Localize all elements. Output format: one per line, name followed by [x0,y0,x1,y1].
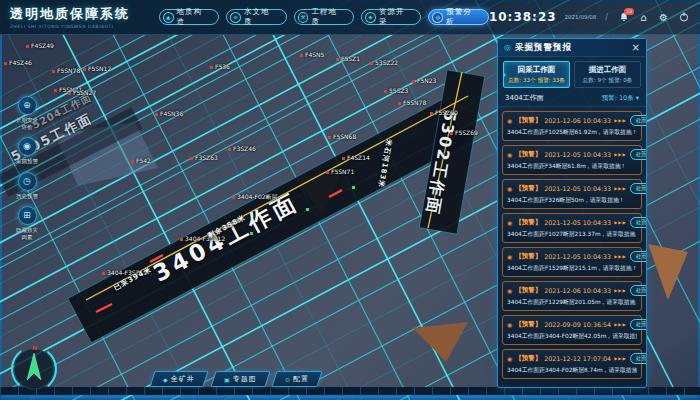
nav-button[interactable]: ◈ 资源开采 [361,9,421,25]
compass[interactable]: N [8,342,60,394]
view-mode-button[interactable]: ⊙ 配置 [272,371,323,387]
fault-label[interactable]: F5SN12 [83,66,111,72]
nav-button-icon: ⚒ [298,12,309,23]
target-icon: ◎ [504,43,511,52]
app-subtitle: ZHELI SHI XITONG YINGWEN DABIAOTI [10,24,159,29]
alarm-item-header: ◉ 【预警】 2021-12-05 10:04:33 ▶▶▶ 处置 [507,251,637,262]
arrows-icon: ▶▶▶ [614,254,627,259]
alarm-tag: 【预警】 [515,252,541,261]
alarm-tag: 【预警】 [515,218,541,227]
alarm-timestamp: 2021-12-05 10:04:33 [544,253,611,260]
handle-alarm-button[interactable]: 处置 [630,217,646,228]
alarm-item-header: ◉ 【预警】 2021-12-05 10:04:33 ▶▶▶ 处置 [507,183,637,194]
notification-bell-icon[interactable]: 13 [617,11,630,24]
alarm-description: 3404工作面距F1229断层201.05m，请采取措施！ [507,298,637,307]
nav-button[interactable]: ≋ 水文地质 [226,9,286,25]
face-type-tab[interactable]: 回采工作面 总数: 33个 预警: 33条 [503,61,570,88]
fault-label[interactable]: F5SN71 [326,169,354,175]
alarm-item-header: ◉ 【预警】 2021-12-05 10:04:33 ▶▶▶ 处置 [507,149,637,160]
alarm-icon: ◉ [507,117,512,124]
app-title-block: 透明地质保障系统 ZHELI SHI XITONG YINGWEN DABIAO… [10,5,159,29]
alarm-description: 3404工作面距F1025断层61.92m，请采取措施！ [507,128,637,137]
alarm-item-header: ◉ 【预警】 2021-12-06 10:04:33 ▶▶▶ 处置 [507,285,637,296]
fault-label[interactable]: F536 [210,64,230,70]
handle-alarm-button[interactable]: 处置 [630,251,646,262]
settings-gear-icon[interactable]: ⚙ [657,11,670,24]
nav-button[interactable]: ◎ 预警分析 [428,9,488,25]
nav-button[interactable]: ▲ 地质构造 [159,9,219,25]
alarm-icon: ◉ [507,321,512,328]
alarm-description: 3404工作面距F1529断层215.1m，请采取措施！ [507,264,637,273]
tab-label: 回采工作面 [504,65,569,75]
arrows-icon: ▶▶▶ [614,118,627,123]
sidebar-tool-label: 隐藏致灾 因素 [16,227,38,240]
handle-alarm-button[interactable]: 处置 [630,319,646,330]
fault-label[interactable]: F3SZ63 [190,155,218,161]
handle-alarm-button[interactable]: 处置 [630,353,646,364]
fault-label[interactable]: 55SZ3 [384,88,408,94]
handle-alarm-button[interactable]: 处置 [630,285,646,296]
alarm-count-dropdown[interactable]: 预警: 10条 ▾ [602,94,639,103]
face-filter-row: 3404工作面 预警: 10条 ▾ [498,91,646,107]
fault-label[interactable]: F4SZ46 [4,60,32,66]
alarm-timestamp: 2021-12-06 10:04:33 [544,117,611,124]
alarm-item: ◉ 【预警】 2021-12-05 10:04:33 ▶▶▶ 处置 3404工作… [502,179,642,209]
fault-label[interactable]: F5SZ1 [336,56,360,62]
alarm-icon: ◉ [507,151,512,158]
alarm-list[interactable]: ◉ 【预警】 2021-12-06 10:04:33 ▶▶▶ 处置 3404工作… [498,107,646,387]
fault-label[interactable]: F5SN27 [68,90,96,96]
fault-label[interactable]: 53SZ22 [370,60,398,66]
nav-button-icon: ▲ [163,12,174,23]
nav-button[interactable]: ⚒ 工程地质 [294,9,354,25]
sidebar-tool-icon: ⊕ [18,96,37,115]
arrows-icon: ▶▶▶ [614,322,627,327]
fault-label[interactable]: F4SN5 [300,52,324,58]
fault-label[interactable]: 3404-F3SZ12 [180,236,225,242]
alarm-description: 3404工作面距F1027断层213.37m，请采取措施！ [507,230,637,239]
view-mode-button[interactable]: ▣ 专题图 [210,371,270,387]
app-window: 5204工作面5205工作面3404工作面5302工作面 F4SZ49F4SZ4… [0,0,700,400]
alarm-tag: 【预警】 [515,150,541,159]
sidebar-tool[interactable]: ⊞ 隐藏致灾 因素 [4,206,50,240]
fault-label[interactable]: 3404-F02断层 [232,194,278,200]
sidebar-tool-label: 历史预警 [16,193,38,200]
fault-wedge [648,244,688,300]
handle-alarm-button[interactable]: 处置 [630,149,646,160]
fault-label[interactable]: F3SZ46 [228,146,256,152]
sidebar-tool[interactable]: ◷ 历史预警 [4,172,50,200]
alarm-item: ◉ 【预警】 2021-12-05 10:04:33 ▶▶▶ 处置 3404工作… [502,213,642,243]
nav-button-icon: ◈ [365,12,376,23]
view-mode-button[interactable]: ◆ 全矿井 [149,371,208,387]
fault-label[interactable]: F4SZ14 [342,155,370,161]
fault-label[interactable]: F5SN78 [398,100,426,106]
sidebar-tool[interactable]: ◉ 采掘预警 [4,137,50,165]
home-icon[interactable]: ⌂ [637,11,650,24]
fault-label[interactable]: F5SZ69 [450,130,478,136]
nav-button-label: 工程地质 [311,7,345,27]
panel-header: ◎ 采掘预警预报 × [498,39,646,57]
fault-label[interactable]: F4SZ49 [26,43,54,49]
fault-label[interactable]: F5N23 [412,78,436,84]
fault-label[interactable]: F5SN68 [328,134,356,140]
view-mode-label: 全矿井 [171,374,195,384]
selected-face[interactable]: 3404工作面 [505,93,544,103]
alarm-item-header: ◉ 【预警】 2021-12-05 10:04:33 ▶▶▶ 处置 [507,217,637,228]
fault-label[interactable]: F5SN78 [52,68,80,74]
sidebar-tool[interactable]: ⊕ 长期安全 评价 [4,96,50,130]
tab-stats: 总数: 9个 预警: 0条 [575,77,640,85]
header-right-tools: 10:38:23 2021/09/08 / 13 ⌂ ⚙ [489,10,690,24]
handle-alarm-button[interactable]: 处置 [630,183,646,194]
close-icon[interactable]: × [632,43,640,53]
alarm-item: ◉ 【预警】 2021-12-06 10:04:33 ▶▶▶ 处置 3404工作… [502,111,642,141]
handle-alarm-button[interactable]: 处置 [630,115,646,126]
face-type-tab[interactable]: 掘进工作面 总数: 9个 预警: 0条 [574,61,641,88]
alarm-timestamp: 2021-12-06 10:04:33 [544,287,611,294]
fault-label[interactable]: F4SN36 [155,111,183,117]
fault-label[interactable]: F5SZ90 [430,110,458,116]
alarm-icon: ◉ [507,287,512,294]
app-title: 透明地质保障系统 [10,5,159,23]
fault-wedge [413,322,468,362]
fault-label[interactable]: F542 [131,158,151,164]
power-exit-icon[interactable] [677,11,690,24]
face-type-tabs: 回采工作面 总数: 33个 预警: 33条 掘进工作面 总数: 9个 预警: 0… [498,57,646,91]
